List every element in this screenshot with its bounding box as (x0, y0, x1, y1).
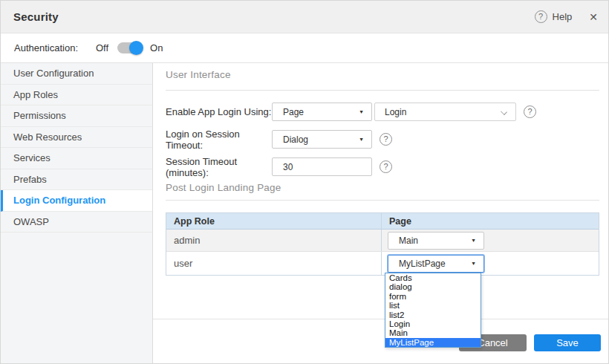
dialog-body: User Configuration App Roles Permissions… (1, 63, 608, 364)
dropdown-arrow-icon: ▼ (359, 109, 364, 115)
toggle-knob (129, 41, 143, 55)
table-header-app-role: App Role (166, 213, 382, 229)
select-value: Main (399, 235, 418, 246)
page-title: Security (13, 10, 59, 23)
sidebar-item-services[interactable]: Services (1, 148, 152, 169)
dropdown-arrow-icon: ▼ (471, 261, 476, 267)
field-label: Login on Session Timeout: (166, 129, 272, 151)
dropdown-arrow-icon: ▼ (471, 238, 476, 244)
dropdown-option-main[interactable]: Main (385, 328, 481, 337)
save-button[interactable]: Save (534, 334, 601, 351)
section-divider (166, 200, 599, 201)
field-label: Session Timeout (minutes): (166, 156, 272, 178)
post-login-table: App Role Page admin Main ▼ user (166, 212, 599, 276)
field-label: Enable App Login Using: (166, 106, 272, 117)
page-dropdown-list: Cards dialog form list list2 Login Main … (385, 273, 481, 348)
header-actions: ? Help (535, 10, 598, 23)
section-title-post-login: Post Login Landing Page (166, 182, 281, 193)
dropdown-option-list[interactable]: list (385, 301, 481, 310)
field-row-session-timeout-login: Login on Session Timeout: Dialog ▼ ? (166, 130, 392, 149)
dialog-header: Security ? Help (1, 1, 608, 33)
dropdown-option-form[interactable]: form (385, 292, 481, 301)
table-header-page: Page (382, 213, 599, 229)
table-row: admin Main ▼ (166, 230, 599, 252)
sidebar-item-user-configuration[interactable]: User Configuration (1, 63, 152, 85)
enable-app-login-type-select[interactable]: Page ▼ (272, 103, 372, 121)
toggle-on-label: On (150, 42, 163, 53)
dropdown-option-login[interactable]: Login (385, 319, 481, 328)
security-dialog: Security ? Help Authentication: Off On U… (0, 0, 609, 364)
help-circle-icon[interactable]: ? (380, 160, 392, 173)
role-cell: admin (166, 230, 382, 251)
chevron-down-icon (501, 108, 507, 115)
enable-app-login-page-select[interactable]: Login (374, 103, 516, 121)
dropdown-arrow-icon: ▼ (359, 137, 364, 143)
footer-divider (153, 319, 609, 319)
role-cell: user (166, 252, 382, 275)
help-circle-icon[interactable]: ? (524, 105, 536, 118)
section-title-user-interface: User Interface (166, 69, 231, 80)
sidebar-item-web-resources[interactable]: Web Resources (1, 127, 152, 149)
authentication-bar: Authentication: Off On (1, 33, 608, 63)
login-session-timeout-select[interactable]: Dialog ▼ (272, 130, 372, 149)
table-header-row: App Role Page (166, 213, 599, 230)
select-value: Dialog (283, 134, 308, 145)
authentication-label: Authentication: (14, 42, 82, 53)
page-select-admin[interactable]: Main ▼ (388, 232, 484, 250)
close-icon[interactable] (589, 12, 598, 22)
help-circle-icon[interactable]: ? (380, 133, 392, 146)
sidebar-item-permissions[interactable]: Permissions (1, 105, 152, 127)
help-label[interactable]: Help (553, 11, 573, 22)
dropdown-option-dialog[interactable]: dialog (385, 282, 481, 291)
sidebar-item-prefabs[interactable]: Prefabs (1, 169, 152, 191)
help-icon[interactable]: ? (535, 10, 547, 23)
sidebar-item-login-configuration[interactable]: Login Configuration (1, 190, 152, 212)
select-value: Login (385, 107, 406, 117)
select-value: MyListPage (399, 259, 446, 269)
select-value: Page (283, 107, 304, 117)
dropdown-option-mylistpage[interactable]: MyListPage (385, 338, 481, 347)
field-row-enable-app-login: Enable App Login Using: Page ▼ Login ? (166, 103, 536, 121)
table-row: user MyListPage ▼ (166, 252, 599, 275)
settings-sidebar: User Configuration App Roles Permissions… (1, 63, 153, 364)
field-row-session-timeout-minutes: Session Timeout (minutes): ? (166, 157, 392, 176)
session-timeout-input[interactable] (272, 157, 372, 176)
section-divider (166, 90, 599, 91)
toggle-off-label: Off (96, 42, 108, 53)
dropdown-option-list2[interactable]: list2 (385, 311, 481, 319)
page-select-user[interactable]: MyListPage ▼ (388, 255, 484, 273)
sidebar-item-owasp[interactable]: OWASP (1, 212, 152, 233)
login-configuration-panel: User Interface Enable App Login Using: P… (153, 63, 608, 364)
authentication-toggle[interactable] (117, 42, 141, 53)
sidebar-item-app-roles[interactable]: App Roles (1, 85, 152, 106)
dropdown-option-cards[interactable]: Cards (385, 273, 481, 282)
